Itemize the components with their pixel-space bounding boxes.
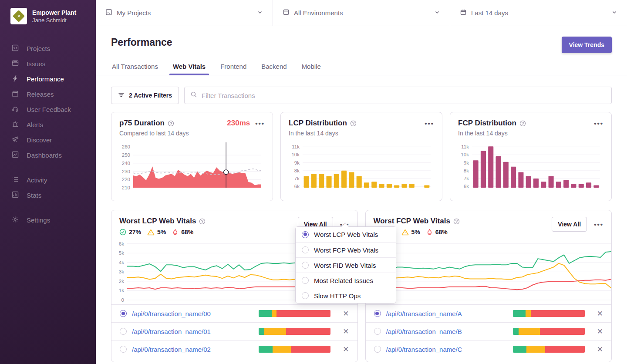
sidebar-item-dashboards[interactable]: Dashboards bbox=[0, 148, 96, 163]
vitals-segment-bar bbox=[513, 310, 585, 317]
tab-backend[interactable]: Backend bbox=[260, 60, 287, 75]
close-icon[interactable]: ✕ bbox=[597, 310, 603, 317]
transaction-radio[interactable] bbox=[374, 328, 381, 335]
overflow-menu-icon[interactable]: ••• bbox=[594, 221, 603, 228]
tab-frontend[interactable]: Frontend bbox=[219, 60, 247, 75]
transaction-link[interactable]: /api/0/transaction_name/C bbox=[386, 346, 462, 353]
transaction-link[interactable]: /api/0/transaction_name/00 bbox=[132, 310, 211, 317]
sidebar-item-settings[interactable]: Settings bbox=[0, 212, 96, 228]
close-icon[interactable]: ✕ bbox=[343, 346, 349, 353]
tab-mobile[interactable]: Mobile bbox=[301, 60, 322, 75]
org-switcher[interactable]: Empower Plant Jane Schmidt bbox=[0, 0, 96, 24]
help-icon[interactable] bbox=[199, 218, 206, 225]
vitals-segment-bar bbox=[259, 346, 330, 353]
active-filters-button[interactable]: 2 Active Filters bbox=[111, 87, 179, 104]
chevron-down-icon bbox=[257, 9, 263, 17]
view-trends-button[interactable]: View Trends bbox=[562, 37, 612, 53]
option-radio[interactable] bbox=[302, 231, 309, 238]
sidebar-item-stats[interactable]: Stats bbox=[0, 188, 96, 203]
sidebar-item-issues[interactable]: Issues bbox=[0, 56, 96, 71]
view-all-button[interactable]: View All bbox=[552, 217, 587, 232]
svg-text:5k: 5k bbox=[119, 250, 124, 256]
environment-selector-value: All Environments bbox=[294, 9, 430, 17]
option-radio[interactable] bbox=[302, 292, 309, 299]
transaction-link[interactable]: /api/0/transaction_name/02 bbox=[132, 346, 211, 353]
overflow-menu-icon[interactable]: ••• bbox=[594, 120, 603, 127]
transaction-row: /api/0/transaction_name/01 ✕ bbox=[111, 322, 357, 340]
tab-all-transactions[interactable]: All Transactions bbox=[111, 60, 159, 75]
svg-text:11k: 11k bbox=[292, 144, 300, 149]
dropdown-option[interactable]: Worst FID Web Vitals bbox=[296, 257, 396, 273]
close-icon[interactable]: ✕ bbox=[597, 346, 603, 353]
transaction-radio[interactable] bbox=[120, 310, 127, 317]
project-selector[interactable]: My Projects bbox=[96, 0, 273, 26]
environment-selector[interactable]: All Environments bbox=[273, 0, 450, 26]
sidebar-item-alerts[interactable]: Alerts bbox=[0, 117, 96, 132]
close-icon[interactable]: ✕ bbox=[343, 328, 349, 335]
svg-text:6k: 6k bbox=[464, 184, 469, 189]
option-radio[interactable] bbox=[302, 246, 309, 253]
sidebar-item-label: Discover bbox=[27, 136, 52, 144]
project-icon bbox=[105, 9, 112, 17]
svg-text:250: 250 bbox=[122, 152, 130, 158]
transaction-radio[interactable] bbox=[374, 310, 381, 317]
sidebar-item-label: Stats bbox=[27, 192, 41, 199]
option-radio[interactable] bbox=[302, 262, 309, 269]
sidebar-item-projects[interactable]: Projects bbox=[0, 41, 96, 56]
sidebar-item-user-feedback[interactable]: User Feedback bbox=[0, 102, 96, 117]
card-title: Worst LCP Web Vitals bbox=[119, 217, 196, 226]
svg-text:260: 260 bbox=[122, 144, 130, 149]
svg-text:220: 220 bbox=[122, 177, 130, 182]
transaction-link[interactable]: /api/0/transaction_name/A bbox=[386, 310, 462, 317]
close-icon[interactable]: ✕ bbox=[597, 328, 603, 335]
sidebar-item-label: Activity bbox=[27, 176, 47, 184]
transaction-radio[interactable] bbox=[120, 346, 127, 353]
option-radio[interactable] bbox=[302, 277, 309, 284]
close-icon[interactable]: ✕ bbox=[343, 310, 349, 317]
svg-text:210: 210 bbox=[122, 185, 130, 190]
filter-icon bbox=[118, 92, 125, 99]
sidebar-item-releases[interactable]: Releases bbox=[0, 87, 96, 102]
help-icon[interactable] bbox=[168, 120, 174, 127]
help-icon[interactable] bbox=[519, 120, 526, 127]
vitals-segment-bar bbox=[513, 346, 585, 353]
meh-badge: 5% bbox=[401, 229, 420, 236]
discover-icon bbox=[11, 135, 19, 145]
p75-value: 230ms bbox=[227, 119, 250, 128]
sidebar-item-discover[interactable]: Discover bbox=[0, 132, 96, 148]
tab-web-vitals[interactable]: Web Vitals bbox=[172, 60, 206, 75]
option-label: Most Related Issues bbox=[314, 277, 373, 284]
dropdown-option[interactable]: Slow HTTP Ops bbox=[296, 288, 396, 303]
help-icon[interactable] bbox=[350, 120, 357, 127]
transaction-row: /api/0/transaction_name/00 ✕ bbox=[111, 304, 357, 322]
svg-text:6k: 6k bbox=[294, 184, 300, 189]
date-range-selector[interactable]: Last 14 days bbox=[450, 0, 627, 26]
flame-icon bbox=[172, 229, 179, 236]
svg-text:10k: 10k bbox=[291, 152, 300, 157]
svg-text:6k: 6k bbox=[119, 241, 124, 246]
search-icon bbox=[190, 91, 197, 100]
help-icon[interactable] bbox=[453, 218, 460, 225]
warning-triangle-icon bbox=[401, 229, 409, 236]
card-title: Worst FCP Web Vitals bbox=[374, 217, 450, 226]
svg-text:7k: 7k bbox=[294, 176, 300, 181]
overflow-menu-icon[interactable]: ••• bbox=[255, 120, 265, 127]
transaction-radio[interactable] bbox=[120, 328, 127, 335]
fcp-distribution-card: FCP Distribution ••• In the last 14 days… bbox=[450, 112, 612, 201]
transaction-link[interactable]: /api/0/transaction_name/01 bbox=[132, 328, 211, 335]
transaction-radio[interactable] bbox=[374, 346, 381, 353]
transaction-link[interactable]: /api/0/transaction_name/B bbox=[386, 328, 462, 335]
p75-duration-chart: 210220230240250260 bbox=[119, 141, 265, 191]
dropdown-option[interactable]: Worst FCP Web Vitals bbox=[296, 242, 396, 257]
sidebar-item-performance[interactable]: Performance bbox=[0, 71, 96, 87]
chevron-down-icon bbox=[434, 9, 440, 17]
card-title: LCP Distribution bbox=[289, 119, 347, 128]
project-selector-value: My Projects bbox=[117, 9, 253, 17]
issues-icon bbox=[11, 59, 19, 68]
overflow-menu-icon[interactable]: ••• bbox=[425, 120, 434, 127]
search-input[interactable] bbox=[202, 92, 606, 99]
dropdown-option[interactable]: Most Related Issues bbox=[296, 273, 396, 288]
poor-badge: 68% bbox=[426, 229, 448, 236]
active-filters-label: 2 Active Filters bbox=[129, 92, 172, 99]
sidebar-item-activity[interactable]: Activity bbox=[0, 172, 96, 188]
